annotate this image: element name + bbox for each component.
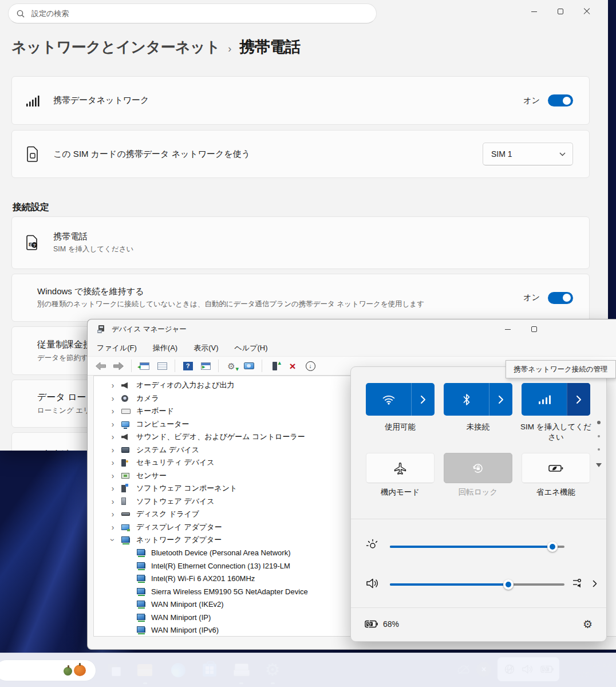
minimize-button[interactable] — [521, 0, 547, 23]
wifi-tile — [366, 383, 435, 416]
expand-arrow-icon[interactable] — [596, 463, 602, 467]
sim-missing-icon: E ? — [25, 234, 40, 251]
battery-charging-icon — [365, 620, 378, 628]
sim-dropdown[interactable]: SIM 1 — [483, 143, 573, 165]
network-adapter-icon — [139, 550, 145, 555]
tooltip: 携帯ネットワーク接続の管理 — [506, 360, 616, 378]
window-controls — [521, 0, 600, 23]
airplane-icon — [393, 462, 407, 475]
airplane-mode-label: 機内モード — [362, 487, 438, 498]
chevron-right-icon[interactable]: › — [109, 381, 117, 389]
chevron-right-icon[interactable]: › — [109, 484, 117, 492]
quick-settings-footer: 68% ⚙ — [351, 607, 606, 641]
scan-computer-button[interactable] — [242, 358, 256, 373]
chevron-right-icon[interactable]: › — [109, 433, 117, 441]
page-dot-active[interactable] — [597, 421, 601, 424]
wifi-toggle[interactable] — [366, 383, 411, 416]
page-indicator — [596, 421, 602, 467]
svg-text:?: ? — [33, 243, 36, 248]
rotation-lock-tile — [444, 453, 512, 483]
volume-slider[interactable] — [390, 583, 564, 586]
taskbar — [0, 653, 616, 687]
chevron-right-icon[interactable]: › — [109, 407, 117, 415]
software-device-icon — [121, 498, 126, 505]
breadcrumb-separator: › — [228, 43, 231, 55]
page-dot[interactable] — [598, 448, 600, 451]
menu-help[interactable]: ヘルプ(H) — [235, 343, 268, 353]
chevron-right-icon[interactable]: › — [109, 446, 117, 454]
chevron-right-icon[interactable]: › — [109, 498, 117, 506]
cellular-status-title: 携帯電話 — [53, 231, 589, 242]
cellular-toggle[interactable] — [522, 383, 567, 416]
keep-connected-toggle[interactable] — [548, 292, 573, 304]
properties-button[interactable] — [155, 358, 169, 373]
camera-icon — [121, 395, 128, 402]
brightness-slider-thumb[interactable] — [547, 542, 558, 552]
minimize-button[interactable] — [495, 319, 521, 339]
pumpkin-icon — [74, 665, 86, 676]
sim-select-card: この SIM カードの携帯データ ネットワークを使う SIM 1 — [11, 130, 590, 178]
network-adapter-icon — [139, 627, 145, 633]
computer-icon — [121, 421, 129, 427]
eco-battery-icon — [548, 464, 563, 473]
breadcrumb-parent[interactable]: ネットワークとインターネット — [11, 37, 220, 57]
energy-saver-tile[interactable] — [522, 453, 590, 483]
forward-button[interactable] — [111, 358, 126, 373]
sim-select-label: この SIM カードの携帯データ ネットワークを使う — [53, 149, 483, 160]
disable-device-button[interactable]: ↓ — [303, 358, 318, 373]
close-button[interactable] — [574, 0, 600, 23]
scan-hardware-changes-button[interactable]: ⚙▾ — [224, 358, 239, 373]
airplane-mode-tile[interactable] — [366, 453, 435, 483]
action-pane-button[interactable]: ▸ — [198, 358, 213, 373]
page-dot[interactable] — [598, 435, 600, 437]
sensor-icon — [121, 473, 129, 479]
signal-bars-icon — [26, 94, 40, 107]
search-input[interactable]: 設定の検索 — [8, 3, 377, 23]
toggle-state-label: オン — [523, 293, 540, 303]
chevron-right-icon — [576, 395, 582, 404]
brightness-slider[interactable] — [390, 546, 564, 548]
maximize-button[interactable] — [521, 319, 547, 339]
section-header: 接続設定 — [13, 202, 49, 214]
toggle-state-label: オン — [523, 96, 540, 106]
menu-view[interactable]: 表示(V) — [194, 343, 218, 353]
audio-output-icon[interactable] — [572, 577, 585, 592]
cellular-expand-chevron[interactable] — [567, 383, 590, 416]
cellular-data-toggle[interactable] — [548, 94, 573, 106]
chevron-right-icon — [420, 395, 426, 404]
update-driver-button[interactable]: ▴ — [267, 358, 282, 373]
pumpkin-icon — [64, 667, 72, 676]
network-adapter-icon — [139, 589, 145, 594]
chevron-expanded-icon[interactable]: › — [109, 536, 117, 544]
audio-output-chevron[interactable] — [593, 579, 597, 590]
chevron-right-icon[interactable]: › — [109, 472, 117, 480]
chevron-right-icon[interactable]: › — [109, 394, 117, 402]
chevron-right-icon[interactable]: › — [109, 420, 117, 428]
settings-gear-icon[interactable]: ⚙ — [583, 619, 593, 630]
taskbar-search[interactable] — [0, 660, 96, 681]
bluetooth-toggle[interactable] — [444, 383, 489, 416]
menu-action[interactable]: 操作(A) — [153, 343, 177, 353]
show-console-tree-button[interactable]: ◂ — [137, 358, 152, 373]
disk-drive-icon — [121, 512, 130, 516]
wifi-expand-chevron[interactable] — [411, 383, 435, 416]
cellular-status-subtitle: SIM を挿入してください — [53, 244, 589, 254]
maximize-button[interactable] — [547, 0, 574, 23]
search-icon — [17, 10, 25, 18]
sound-controller-icon — [121, 434, 128, 440]
menu-file[interactable]: ファイル(F) — [97, 343, 137, 353]
battery-status[interactable]: 68% — [365, 619, 399, 629]
energy-saver-label: 省エネ機能 — [518, 487, 594, 498]
rotation-lock-label: 回転ロック — [440, 487, 516, 498]
bluetooth-expand-chevron[interactable] — [489, 383, 512, 416]
uninstall-device-button[interactable]: × — [285, 358, 300, 373]
cellular-bars-icon — [538, 394, 551, 405]
cellular-data-card: 携帯データネットワーク オン — [11, 76, 590, 125]
chevron-right-icon[interactable]: › — [109, 523, 117, 531]
network-adapter-icon — [139, 563, 145, 568]
help-button[interactable]: ? — [180, 358, 195, 373]
chevron-right-icon[interactable]: › — [109, 510, 117, 518]
back-button[interactable] — [93, 358, 108, 373]
chevron-right-icon[interactable]: › — [109, 459, 117, 467]
volume-slider-thumb[interactable] — [503, 579, 514, 590]
